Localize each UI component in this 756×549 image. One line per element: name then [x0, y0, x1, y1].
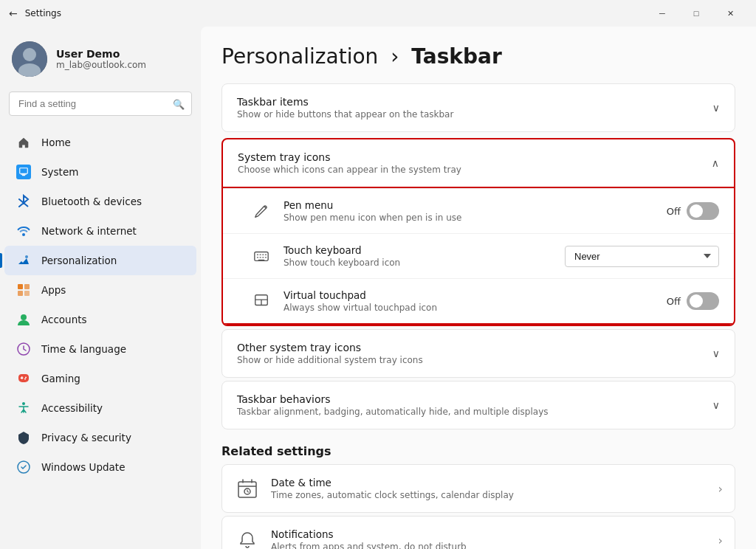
page-title: Personalization › Taskbar — [221, 44, 735, 69]
svg-rect-4 — [22, 175, 26, 176]
accounts-icon — [16, 312, 31, 327]
update-icon — [16, 460, 31, 474]
svg-point-6 — [22, 233, 25, 236]
user-profile: User Demo m_lab@outlook.com — [0, 35, 201, 92]
sidebar: User Demo m_lab@outlook.com 🔍 Home Syste… — [0, 27, 201, 549]
touch-keyboard-icon — [250, 244, 273, 268]
section-system-tray-chevron: ∧ — [712, 157, 719, 169]
sidebar-label-accounts: Accounts — [41, 314, 87, 325]
maximize-button[interactable]: □ — [679, 1, 713, 25]
avatar — [12, 41, 47, 77]
sidebar-label-network: Network & internet — [41, 225, 137, 237]
pen-menu-title: Pen menu — [284, 199, 667, 211]
title-bar-left: ← Settings — [9, 7, 61, 19]
sidebar-item-accessibility[interactable]: Accessibility — [4, 393, 196, 423]
svg-point-18 — [22, 402, 25, 405]
sidebar-item-apps[interactable]: Apps — [4, 275, 196, 305]
sidebar-label-apps: Apps — [41, 284, 66, 296]
section-taskbar-items-subtitle: Show or hide buttons that appear on the … — [237, 109, 453, 120]
pen-menu-text: Pen menu Show pen menu icon when pen is … — [284, 199, 667, 223]
sidebar-item-network[interactable]: Network & internet — [4, 216, 196, 246]
sidebar-label-home: Home — [41, 137, 71, 148]
sidebar-item-update[interactable]: Windows Update — [4, 452, 196, 482]
minimize-button[interactable]: ─ — [645, 1, 679, 25]
section-system-tray-header[interactable]: System tray icons Choose which icons can… — [223, 139, 734, 187]
breadcrumb-parent: Personalization — [221, 44, 378, 69]
related-item-notifications[interactable]: Notifications Alerts from apps and syste… — [221, 516, 735, 549]
section-taskbar-items-chevron: ∨ — [712, 102, 720, 114]
virtual-touchpad-toggle-thumb — [690, 294, 703, 308]
virtual-touchpad-title: Virtual touchpad — [284, 289, 667, 301]
svg-rect-3 — [20, 168, 28, 174]
breadcrumb-current: Taskbar — [411, 44, 501, 69]
apps-icon — [16, 283, 31, 297]
sidebar-label-time: Time & language — [41, 343, 126, 355]
section-other-tray-title: Other system tray icons — [237, 342, 423, 353]
privacy-icon — [16, 430, 31, 445]
touch-keyboard-title: Touch keyboard — [284, 244, 565, 256]
system-tray-items-highlighted: Pen menu Show pen menu icon when pen is … — [221, 187, 735, 325]
app-body: User Demo m_lab@outlook.com 🔍 Home Syste… — [0, 27, 756, 549]
related-settings-title: Related settings — [221, 444, 735, 458]
sidebar-item-privacy[interactable]: Privacy & security — [4, 423, 196, 452]
section-other-tray-header[interactable]: Other system tray icons Show or hide add… — [222, 330, 735, 377]
section-other-tray-chevron: ∨ — [712, 348, 720, 359]
section-taskbar-items-title: Taskbar items — [237, 96, 453, 108]
search-icon: 🔍 — [173, 98, 185, 109]
home-icon — [16, 135, 31, 150]
notifications-icon — [234, 527, 261, 549]
sidebar-item-system[interactable]: System — [4, 157, 196, 187]
svg-rect-10 — [18, 291, 23, 296]
virtual-touchpad-text: Virtual touchpad Always show virtual tou… — [284, 289, 667, 313]
pen-menu-toggle-label: Off — [667, 206, 681, 217]
section-taskbar-behaviors-header[interactable]: Taskbar behaviors Taskbar alignment, bad… — [222, 381, 735, 429]
section-taskbar-behaviors-subtitle: Taskbar alignment, badging, automaticall… — [237, 407, 549, 417]
section-taskbar-behaviors: Taskbar behaviors Taskbar alignment, bad… — [221, 381, 735, 429]
close-button[interactable]: ✕ — [713, 1, 747, 25]
virtual-touchpad-control: Off — [667, 292, 719, 310]
sub-item-touch-keyboard: Touch keyboard Show touch keyboard icon … — [223, 233, 734, 278]
search-input[interactable] — [9, 92, 192, 116]
date-time-chevron: › — [718, 482, 723, 496]
svg-point-16 — [25, 377, 27, 379]
virtual-touchpad-toggle[interactable] — [687, 292, 719, 310]
date-time-title: Date & time — [271, 477, 718, 488]
sidebar-label-update: Windows Update — [41, 461, 125, 473]
virtual-touchpad-icon — [250, 289, 273, 313]
sub-item-pen-menu: Pen menu Show pen menu icon when pen is … — [223, 188, 734, 233]
sidebar-item-personalization[interactable]: Personalization — [4, 246, 196, 275]
sidebar-label-privacy: Privacy & security — [41, 432, 131, 443]
sidebar-item-bluetooth[interactable]: Bluetooth & devices — [4, 187, 196, 216]
window-controls: ─ □ ✕ — [645, 1, 747, 25]
svg-point-12 — [21, 314, 27, 320]
touch-keyboard-subtitle: Show touch keyboard icon — [284, 258, 565, 268]
section-other-tray: Other system tray icons Show or hide add… — [221, 329, 735, 378]
section-taskbar-behaviors-title: Taskbar behaviors — [237, 393, 549, 405]
touch-keyboard-control: Never Always When no keyboard attached — [565, 246, 719, 267]
search-box: 🔍 — [9, 92, 192, 116]
section-system-tray-subtitle: Choose which icons can appear in the sys… — [238, 165, 461, 175]
sidebar-item-home[interactable]: Home — [4, 128, 196, 157]
content-area: Personalization › Taskbar Taskbar items … — [201, 27, 756, 549]
section-taskbar-items-header[interactable]: Taskbar items Show or hide buttons that … — [222, 84, 735, 131]
user-name: User Demo — [56, 48, 146, 60]
touch-keyboard-dropdown[interactable]: Never Always When no keyboard attached — [565, 246, 719, 267]
section-other-tray-text: Other system tray icons Show or hide add… — [237, 342, 423, 365]
section-taskbar-behaviors-text: Taskbar behaviors Taskbar alignment, bad… — [237, 393, 549, 417]
user-email: m_lab@outlook.com — [56, 60, 146, 70]
section-other-tray-subtitle: Show or hide additional system tray icon… — [237, 355, 423, 365]
section-system-tray-title: System tray icons — [238, 151, 461, 163]
back-icon[interactable]: ← — [9, 7, 18, 19]
sidebar-item-gaming[interactable]: Gaming — [4, 364, 196, 393]
sidebar-item-accounts[interactable]: Accounts — [4, 305, 196, 334]
sidebar-label-system: System — [41, 166, 78, 178]
touch-keyboard-text: Touch keyboard Show touch keyboard icon — [284, 244, 565, 268]
section-taskbar-behaviors-chevron: ∨ — [712, 399, 720, 411]
section-taskbar-items: Taskbar items Show or hide buttons that … — [221, 83, 735, 132]
sidebar-item-time[interactable]: Time & language — [4, 334, 196, 364]
related-item-date-time[interactable]: Date & time Time zones, automatic clock … — [221, 464, 735, 513]
pen-menu-toggle[interactable] — [687, 202, 719, 220]
notifications-text: Notifications Alerts from apps and syste… — [271, 528, 718, 549]
date-time-subtitle: Time zones, automatic clock settings, ca… — [271, 490, 718, 500]
svg-point-7 — [25, 255, 28, 258]
